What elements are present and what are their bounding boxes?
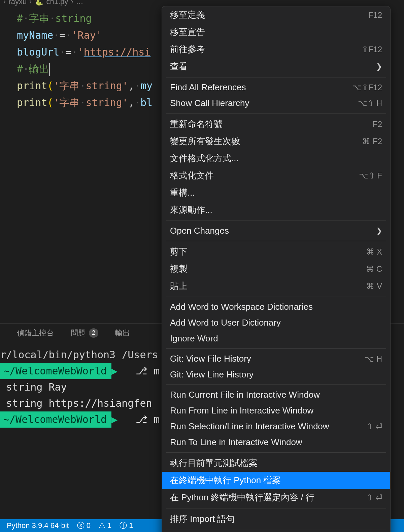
git-branch-icon: ⎇ bbox=[136, 413, 154, 425]
menu-item[interactable]: 貼上⌘ V bbox=[162, 277, 390, 295]
menu-item-label: 重新命名符號 bbox=[170, 118, 223, 130]
text-cursor bbox=[49, 63, 50, 76]
menu-item[interactable]: 剪下⌘ X bbox=[162, 243, 390, 260]
menu-shortcut: ⌘ C bbox=[366, 264, 382, 274]
problems-badge: 2 bbox=[89, 328, 98, 338]
menu-item[interactable]: 移至定義F12 bbox=[162, 6, 390, 24]
menu-separator bbox=[166, 113, 386, 113]
menu-shortcut: ⇧ ⏎ bbox=[366, 493, 382, 502]
menu-item-label: Open Changes bbox=[170, 226, 229, 236]
menu-item[interactable]: Add Word to User Dictionary bbox=[162, 315, 390, 331]
menu-shortcut: F12 bbox=[368, 10, 382, 20]
menu-shortcut: ⌘ V bbox=[366, 281, 382, 291]
menu-shortcut: ⌥⇧F12 bbox=[352, 83, 382, 92]
context-menu[interactable]: 移至定義F12移至宣告前往參考⇧F12查看❯Find All Reference… bbox=[162, 6, 391, 532]
tab-debug-console[interactable]: 偵錯主控台 bbox=[17, 328, 54, 338]
menu-item[interactable]: Run Current File in Interactive Window bbox=[162, 387, 390, 403]
error-icon: ⓧ bbox=[77, 521, 85, 531]
status-errors[interactable]: ⓧ0 bbox=[77, 521, 91, 531]
menu-item[interactable]: 排序 Import 語句 bbox=[162, 510, 390, 528]
menu-shortcut: F2 bbox=[373, 120, 382, 129]
menu-item[interactable]: 執行目前單元測試檔案 bbox=[162, 455, 390, 472]
tab-problems[interactable]: 問題 2 bbox=[71, 328, 98, 338]
menu-item-label: Run Current File in Interactive Window bbox=[170, 390, 320, 400]
menu-separator bbox=[166, 508, 386, 508]
status-info[interactable]: ⓘ1 bbox=[120, 521, 133, 531]
menu-item[interactable]: 重新命名符號F2 bbox=[162, 115, 390, 133]
menu-item[interactable]: Git: View File History⌥ H bbox=[162, 351, 390, 367]
menu-item[interactable]: 變更所有發生次數⌘ F2 bbox=[162, 133, 390, 150]
chevron-right-icon: ❯ bbox=[376, 227, 382, 235]
status-warnings[interactable]: ⚠1 bbox=[99, 521, 111, 530]
menu-separator bbox=[166, 241, 386, 241]
menu-separator bbox=[166, 530, 386, 530]
menu-item-label: 查看 bbox=[170, 61, 188, 72]
breadcrumb-sep: › bbox=[29, 0, 32, 6]
menu-item-label: Run Selection/Line in Interactive Window bbox=[170, 421, 329, 432]
menu-item[interactable]: Open Changes❯ bbox=[162, 223, 390, 239]
menu-item[interactable]: Run From Line in Interactive Window bbox=[162, 403, 390, 419]
menu-shortcut: ⇧F12 bbox=[362, 45, 382, 54]
menu-item[interactable]: Run Selection/Line in Interactive Window… bbox=[162, 419, 390, 434]
breadcrumb-sep: › bbox=[71, 0, 73, 6]
terminal-prompt: ~/WelcomeWebWorld bbox=[0, 363, 111, 379]
status-python[interactable]: Python 3.9.4 64-bit bbox=[7, 521, 69, 530]
menu-item-label: 排序 Import 語句 bbox=[170, 513, 235, 525]
menu-item-label: 複製 bbox=[170, 263, 188, 275]
menu-item[interactable]: Ignore Word bbox=[162, 331, 390, 346]
menu-shortcut: ⌘ X bbox=[366, 247, 382, 257]
menu-separator bbox=[166, 385, 386, 385]
menu-item-label: 執行目前單元測試檔案 bbox=[170, 457, 258, 469]
menu-shortcut: ⇧ ⏎ bbox=[366, 422, 382, 431]
menu-item[interactable]: 前往參考⇧F12 bbox=[162, 41, 390, 58]
menu-item-label: Add Word to Workspace Dictionaries bbox=[170, 302, 313, 312]
menu-separator bbox=[166, 297, 386, 297]
breadcrumb-more[interactable]: … bbox=[76, 0, 83, 6]
menu-item-label: Ignore Word bbox=[170, 333, 218, 344]
menu-item[interactable]: 文件格式化方式... bbox=[162, 150, 390, 167]
menu-item[interactable]: 格式化文件⌥⇧ F bbox=[162, 167, 390, 184]
menu-item-label: 重構... bbox=[170, 187, 195, 199]
menu-item-label: 在終端機中執行 Python 檔案 bbox=[170, 474, 281, 486]
terminal-prompt: ~/WelcomeWebWorld bbox=[0, 411, 111, 428]
git-branch-icon: ⎇ bbox=[136, 365, 154, 377]
breadcrumb-sep: › bbox=[3, 0, 6, 6]
menu-shortcut: ⌘ F2 bbox=[362, 137, 382, 146]
menu-item[interactable]: Show Call Hierarchy⌥⇧ H bbox=[162, 95, 390, 111]
menu-item-label: 格式化文件 bbox=[170, 170, 214, 181]
menu-separator bbox=[166, 348, 386, 349]
menu-item[interactable]: 重構... bbox=[162, 184, 390, 201]
menu-item-label: 貼上 bbox=[170, 280, 188, 292]
tab-output[interactable]: 輸出 bbox=[115, 328, 130, 338]
menu-item[interactable]: Find All References⌥⇧F12 bbox=[162, 79, 390, 95]
warning-icon: ⚠ bbox=[99, 521, 105, 530]
menu-item[interactable]: 複製⌘ C bbox=[162, 260, 390, 277]
menu-shortcut: ⌥⇧ H bbox=[358, 99, 382, 108]
menu-item-label: Run To Line in Interactive Window bbox=[170, 437, 302, 447]
info-icon: ⓘ bbox=[120, 521, 127, 531]
menu-item-label: Git: View File History bbox=[170, 354, 251, 364]
menu-item-label: 文件格式化方式... bbox=[170, 153, 239, 164]
menu-item[interactable]: Git: View Line History bbox=[162, 367, 390, 383]
menu-item-label: Git: View Line History bbox=[170, 369, 254, 380]
menu-item[interactable]: Run To Line in Interactive Window bbox=[162, 434, 390, 450]
menu-item[interactable]: Add Word to Workspace Dictionaries bbox=[162, 299, 390, 315]
breadcrumb[interactable]: › rayxu › 🐍 ch1.py › … bbox=[0, 0, 404, 3]
menu-item-label: 在 Python 終端機中執行選定內容 / 行 bbox=[170, 492, 314, 503]
menu-shortcut: ⌥ H bbox=[365, 354, 382, 364]
menu-item[interactable]: 移至宣告 bbox=[162, 24, 390, 41]
menu-item-label: 移至定義 bbox=[170, 9, 205, 21]
terminal-text: r/local/bin/python3 /Users bbox=[0, 349, 158, 361]
breadcrumb-folder[interactable]: rayxu bbox=[8, 0, 27, 6]
breadcrumb-file[interactable]: ch1.py bbox=[46, 0, 68, 6]
menu-shortcut: ⌥⇧ F bbox=[359, 171, 382, 180]
menu-item[interactable]: 查看❯ bbox=[162, 58, 390, 75]
menu-item[interactable]: 來源動作... bbox=[162, 201, 390, 219]
menu-item-label: 變更所有發生次數 bbox=[170, 135, 240, 147]
github-icon bbox=[124, 365, 136, 377]
menu-item[interactable]: 在終端機中執行 Python 檔案 bbox=[162, 472, 390, 489]
github-icon bbox=[124, 413, 136, 425]
menu-item[interactable]: 在 Python 終端機中執行選定內容 / 行⇧ ⏎ bbox=[162, 489, 390, 506]
menu-item-label: Run From Line in Interactive Window bbox=[170, 405, 313, 416]
menu-item-label: Show Call Hierarchy bbox=[170, 98, 249, 108]
